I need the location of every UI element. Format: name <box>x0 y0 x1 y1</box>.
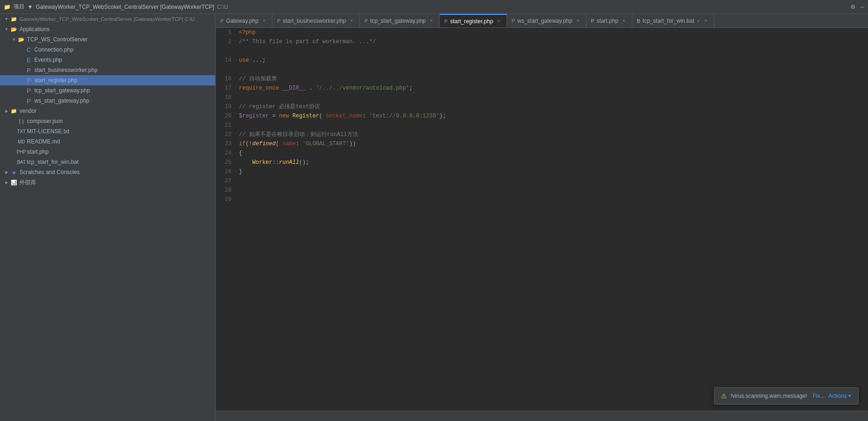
sidebar-item-tcp-ws[interactable]: ▼ 📂 TCP_WS_ControlServer <box>0 34 215 45</box>
tab-twb-label: tcp_start_for_win.bat <box>643 18 694 24</box>
sr-icon: P <box>25 77 32 84</box>
toast-fix-link[interactable]: Fix... <box>813 393 825 399</box>
minimize-icon[interactable]: ─ <box>860 4 864 10</box>
tsg-icon: P <box>25 87 32 94</box>
sbw-label: start_businessworker.php <box>34 67 97 73</box>
cj-icon: { } <box>18 117 25 125</box>
tab-tsg-label: tcp_start_gateway.php <box>370 18 426 24</box>
settings-icon[interactable]: ⚙ <box>850 4 855 10</box>
tab-twb-close[interactable]: × <box>703 18 709 24</box>
title-bar: 📁 项目 ▼ GatewayWorker_TCP_WebScoket_Centr… <box>0 0 868 14</box>
tabs-bar: P Gateway.php × P start_businessworker.p… <box>216 14 868 28</box>
sidebar-item-start-register[interactable]: ▶ P start_register.php <box>0 75 215 85</box>
toast-actions: Fix... Actions ▼ <box>813 393 852 399</box>
connection-icon: C <box>25 46 32 53</box>
toast-actions-button[interactable]: Actions ▼ <box>829 393 852 399</box>
tab-ws-start-gateway[interactable]: P ws_start_gateway.php × <box>507 14 586 28</box>
project-name: GatewayWorker_TCP_WebScoket_CentralServe… <box>36 4 214 10</box>
rm-icon: MD <box>18 138 25 145</box>
tab-sp-icon: P <box>591 18 594 24</box>
tab-twb-icon: B <box>637 18 640 24</box>
sidebar-item-events[interactable]: ▶ E Events.php <box>0 55 215 65</box>
sidebar-item-start-php[interactable]: ▶ PHP start.php <box>0 147 215 157</box>
tab-wsg-icon: P <box>512 18 515 24</box>
tab-sp-label: start.php <box>597 18 618 24</box>
sbw-icon: P <box>25 66 32 74</box>
root-folder-icon: 📁 <box>10 15 18 23</box>
tab-sr-icon: P <box>444 19 448 24</box>
tab-gateway-php[interactable]: P Gateway.php × <box>216 14 272 28</box>
tab-tsg-close[interactable]: × <box>428 18 435 24</box>
notification-toast: ⚠ !virus.scanning.warn.message! Fix... A… <box>714 387 859 405</box>
rm-label: README.md <box>27 138 60 145</box>
title-bar-icons: ⚙ ─ <box>850 4 864 10</box>
tab-start-php[interactable]: P start.php × <box>586 14 632 28</box>
project-icon: 📁 <box>4 4 11 10</box>
sidebar-item-applications[interactable]: ▼ 📂 Applications <box>0 24 215 34</box>
root-label: GatewayWorker_TCP_WebScoket_CentralServe… <box>19 16 195 22</box>
tree-root[interactable]: ▼ 📁 GatewayWorker_TCP_WebScoket_CentralS… <box>0 14 215 24</box>
tab-start-businessworker[interactable]: P start_businessworker.php × <box>272 14 360 28</box>
external-label: 外部库 <box>19 179 36 187</box>
tab-wsg-label: ws_start_gateway.php <box>517 18 572 24</box>
tab-twb-checkmark: ✓ <box>697 18 701 23</box>
ml-icon: TXT <box>18 128 25 135</box>
toast-actions-label: Actions <box>829 393 847 399</box>
applications-folder-icon: 📂 <box>10 26 18 33</box>
sidebar-item-external[interactable]: ▶ 📊 外部库 <box>0 177 215 188</box>
tab-sr-label: start_register.php <box>450 18 493 25</box>
tsg-label: tcp_start_gateway.php <box>34 87 90 94</box>
tab-sbw-icon: P <box>277 18 280 24</box>
toast-warning-icon: ⚠ <box>721 392 727 400</box>
tab-sp-close[interactable]: × <box>621 18 627 24</box>
sidebar-item-composer-json[interactable]: ▶ { } composer.json <box>0 116 215 126</box>
scratches-icon: ◈ <box>10 168 18 176</box>
vendor-label: vendor <box>19 108 37 114</box>
sidebar-item-readme[interactable]: ▶ MD README.md <box>0 136 215 147</box>
tcp-ws-folder-icon: 📂 <box>18 36 25 43</box>
wsg-icon: P <box>25 97 32 104</box>
sidebar-item-ws-start-gateway[interactable]: ▶ P ws_start_gateway.php <box>0 96 215 106</box>
project-label-arrow[interactable]: ▼ <box>27 4 33 10</box>
tab-start-register[interactable]: P start_register.php × <box>440 14 507 28</box>
tab-gateway-label: Gateway.php <box>226 18 258 24</box>
tab-sbw-close[interactable]: × <box>348 18 355 24</box>
sidebar-item-connection[interactable]: ▶ C Connection.php <box>0 45 215 55</box>
sidebar: ▼ 📁 GatewayWorker_TCP_WebScoket_CentralS… <box>0 14 216 421</box>
wsg-label: ws_start_gateway.php <box>34 97 90 104</box>
sidebar-item-tcp-start-gateway[interactable]: ▶ P tcp_start_gateway.php <box>0 85 215 96</box>
project-label[interactable]: 项目 <box>13 3 25 11</box>
toast-actions-arrow: ▼ <box>848 394 852 398</box>
tab-tcp-win-bat[interactable]: B tcp_start_for_win.bat ✓ × <box>632 14 714 28</box>
sidebar-item-scratches[interactable]: ▶ ◈ Scratches and Consoles <box>0 167 215 177</box>
tab-sr-close[interactable]: × <box>495 18 502 25</box>
vendor-folder-icon: 📁 <box>10 107 18 115</box>
tab-tcp-start-gateway[interactable]: P tcp_start_gateway.php × <box>360 14 440 28</box>
tab-gateway-close[interactable]: × <box>261 18 267 24</box>
title-bar-left: 📁 项目 ▼ GatewayWorker_TCP_WebScoket_Centr… <box>4 3 228 11</box>
events-icon: E <box>25 56 32 64</box>
external-icon: 📊 <box>10 179 18 186</box>
tab-wsg-close[interactable]: × <box>575 18 581 24</box>
editor-area[interactable]: 1 2 14 16 17 18 19 20 21 22 23 24 25 26 … <box>216 28 868 411</box>
sp-icon: PHP <box>18 148 25 155</box>
events-label: Events.php <box>34 57 62 63</box>
status-bar <box>216 411 868 421</box>
applications-arrow: ▼ <box>4 26 9 32</box>
external-arrow: ▶ <box>4 180 9 185</box>
line-numbers: 1 2 14 16 17 18 19 20 21 22 23 24 25 26 … <box>216 28 234 411</box>
twb-icon: BAT <box>18 158 25 166</box>
main-layout: ▼ 📁 GatewayWorker_TCP_WebScoket_CentralS… <box>0 14 868 421</box>
code-editor[interactable]: <?php /** This file is part of workerman… <box>234 28 868 411</box>
sidebar-item-mit-license[interactable]: ▶ TXT MIT-LICENSE.txt <box>0 126 215 136</box>
sidebar-item-vendor[interactable]: ▶ 📁 vendor <box>0 106 215 116</box>
applications-label: Applications <box>19 26 50 32</box>
tab-gateway-icon: P <box>220 18 224 24</box>
sidebar-item-tcp-win-bat[interactable]: ▶ BAT tcp_start_for_win.bat <box>0 157 215 167</box>
sr-label: start_register.php <box>34 77 77 84</box>
connection-label: Connection.php <box>34 46 73 53</box>
cj-label: composer.json <box>27 118 63 124</box>
twb-label: tcp_start_for_win.bat <box>27 159 78 165</box>
sidebar-item-start-businessworker[interactable]: ▶ P start_businessworker.php <box>0 65 215 75</box>
tab-tsg-icon: P <box>365 18 368 24</box>
